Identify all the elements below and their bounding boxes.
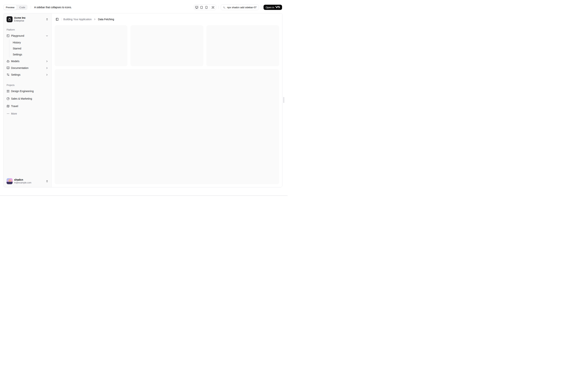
sidebar-subitem-starred[interactable]: Starred: [11, 46, 50, 51]
header-divider: [61, 18, 62, 21]
user-avatar: [7, 178, 13, 184]
main-panel: Building Your Application Data Fetching: [51, 13, 282, 187]
sidebar-item-label: Settings: [11, 73, 21, 76]
sliders-icon: [7, 73, 10, 76]
sidebar-item-label: Sales & Marketing: [11, 97, 32, 100]
platform-menu: Playground History Starred Se: [5, 33, 50, 78]
team-plan: Enterprise: [14, 20, 25, 22]
toolbar-divider: [218, 6, 218, 9]
preview-tab[interactable]: Preview: [3, 5, 17, 10]
sidebar-subitem-settings[interactable]: Settings: [11, 52, 50, 57]
user-meta: shadcn m@example.com: [14, 178, 31, 184]
team-switcher-button[interactable]: Acme Inc Enterprise: [5, 15, 50, 24]
sidebar-item-settings[interactable]: Settings: [5, 72, 50, 78]
main-header: Building Your Application Data Fetching: [51, 13, 282, 25]
toolbar-divider: [31, 6, 31, 9]
preview-container: Acme Inc Enterprise Platform Playground: [3, 13, 283, 187]
toolbar-right-group: npx shadcn add sidebar-07 Open in: [194, 4, 282, 10]
sidebar-toggle-button[interactable]: [54, 17, 60, 22]
code-tab[interactable]: Code: [17, 5, 27, 10]
placeholder-card: [206, 25, 279, 66]
book-open-icon: [7, 66, 10, 69]
fullscreen-icon: [212, 6, 215, 9]
chevron-right-icon: [46, 73, 48, 76]
sidebar-item-more[interactable]: More: [5, 111, 50, 117]
install-command-text: npx shadcn add sidebar-07: [227, 6, 257, 9]
sidebar-item-models[interactable]: Models: [5, 58, 50, 64]
breadcrumb-page: Data Fetching: [98, 18, 114, 21]
block-description: A sidebar that collapses to icons.: [34, 6, 72, 9]
panel-left-icon: [56, 18, 59, 21]
smartphone-view-button[interactable]: [204, 5, 209, 10]
frame-icon: [7, 90, 10, 93]
open-in-v0-label: Open in: [265, 6, 274, 9]
projects-menu: Design Engineering Sales & Marketing: [5, 88, 50, 117]
projects-group: Projects Design Engineering: [5, 82, 50, 117]
sidebar-subitem-history[interactable]: History: [11, 40, 50, 45]
chevron-right-icon: [94, 18, 96, 21]
chevron-down-icon[interactable]: [46, 34, 48, 37]
sidebar-item-sales-marketing[interactable]: Sales & Marketing: [5, 96, 50, 102]
team-name: Acme Inc: [14, 16, 25, 20]
blocks-preview-page: Preview Code A sidebar that collapses to…: [0, 0, 288, 196]
page-scrollbar-thumb[interactable]: [283, 97, 284, 103]
team-logo-box: [7, 16, 13, 22]
placeholder-cards-row: [54, 25, 279, 66]
pie-chart-icon: [7, 97, 10, 100]
square-terminal-icon: [7, 34, 10, 37]
install-command-button[interactable]: npx shadcn add sidebar-07: [221, 4, 259, 10]
device-size-toggle-group: [194, 4, 216, 10]
sidebar-item-design-engineering[interactable]: Design Engineering: [5, 88, 50, 94]
sidebar-item-label: Design Engineering: [11, 90, 34, 93]
sidebar-subitem-label: History: [13, 41, 21, 44]
toolbar-divider: [261, 6, 261, 9]
main-content: [51, 25, 282, 187]
open-in-v0-button[interactable]: Open in: [264, 5, 282, 10]
group-label-projects: Projects: [5, 82, 50, 88]
terminal-icon: [223, 6, 226, 9]
block-toolbar: Preview Code A sidebar that collapses to…: [3, 2, 282, 13]
chevron-right-icon: [46, 67, 48, 69]
fullscreen-view-button[interactable]: [211, 5, 215, 10]
sidebar-item-label: Models: [11, 60, 20, 63]
breadcrumb: Building Your Application Data Fetching: [63, 18, 114, 21]
tablet-view-button[interactable]: [199, 5, 204, 10]
sidebar-item-label: Travel: [11, 105, 18, 108]
user-menu-button[interactable]: shadcn m@example.com: [5, 177, 50, 186]
gallery-vertical-end-icon: [8, 18, 11, 21]
chevron-right-icon: [46, 60, 48, 63]
bot-icon: [7, 60, 10, 63]
sidebar-footer: shadcn m@example.com: [5, 177, 50, 186]
user-name: shadcn: [14, 178, 31, 182]
next-section-divider: [0, 195, 288, 196]
sidebar-item-playground[interactable]: Playground: [5, 33, 50, 39]
view-toggle-group: Preview Code: [3, 5, 27, 10]
chevrons-up-down-icon: [46, 180, 48, 182]
sidebar-item-label: Documentation: [11, 66, 28, 69]
playground-submenu: History Starred Settings: [9, 40, 50, 58]
team-meta: Acme Inc Enterprise: [14, 16, 25, 22]
placeholder-card: [54, 25, 127, 66]
sidebar: Acme Inc Enterprise Platform Playground: [3, 13, 51, 187]
smartphone-icon: [205, 6, 208, 9]
placeholder-card: [130, 25, 203, 66]
sidebar-item-label: Playground: [11, 34, 24, 37]
chevrons-up-down-icon: [46, 18, 48, 21]
monitor-icon: [195, 6, 198, 9]
tablet-icon: [200, 6, 203, 9]
group-label-platform: Platform: [5, 27, 50, 33]
desktop-view-button[interactable]: [194, 5, 199, 10]
ellipsis-icon: [7, 112, 10, 115]
placeholder-body-block: [54, 69, 279, 184]
v0-logo-icon: [276, 6, 280, 9]
sidebar-nav: Platform Playground History: [5, 27, 50, 117]
map-icon: [7, 105, 10, 108]
sidebar-item-label: More: [11, 112, 17, 115]
user-email: m@example.com: [14, 181, 31, 184]
sidebar-subitem-label: Settings: [13, 53, 22, 56]
sidebar-item-documentation[interactable]: Documentation: [5, 65, 50, 71]
breadcrumb-section[interactable]: Building Your Application: [63, 18, 92, 21]
sidebar-subitem-label: Starred: [13, 47, 21, 50]
sidebar-item-travel[interactable]: Travel: [5, 103, 50, 109]
